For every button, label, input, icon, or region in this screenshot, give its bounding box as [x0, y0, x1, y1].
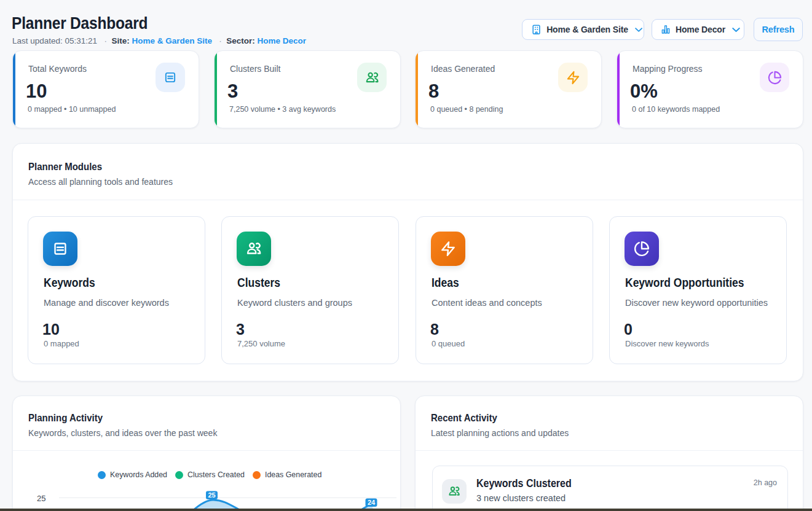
- svg-text:24: 24: [368, 499, 376, 506]
- svg-text:25: 25: [208, 491, 215, 499]
